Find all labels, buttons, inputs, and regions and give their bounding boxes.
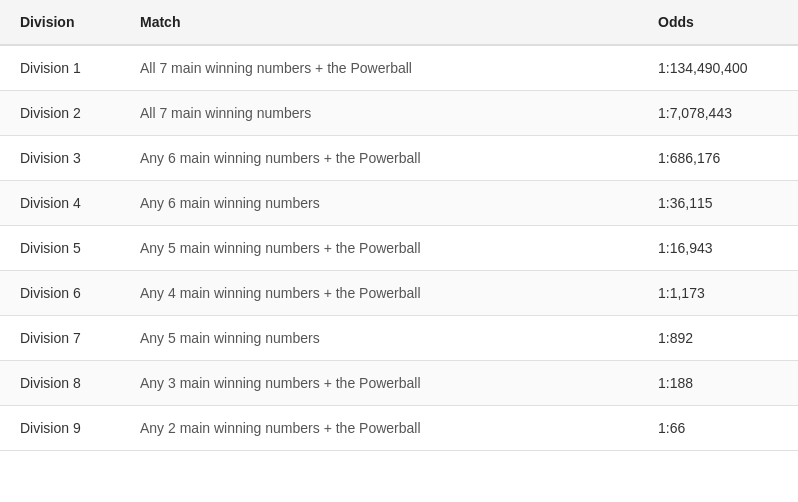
cell-odds: 1:134,490,400: [638, 45, 798, 91]
cell-odds: 1:1,173: [638, 271, 798, 316]
cell-match: Any 6 main winning numbers + the Powerba…: [120, 136, 638, 181]
cell-match: Any 3 main winning numbers + the Powerba…: [120, 361, 638, 406]
cell-match: Any 5 main winning numbers: [120, 316, 638, 361]
cell-odds: 1:36,115: [638, 181, 798, 226]
cell-odds: 1:66: [638, 406, 798, 451]
cell-odds: 1:188: [638, 361, 798, 406]
cell-match: Any 5 main winning numbers + the Powerba…: [120, 226, 638, 271]
cell-odds: 1:892: [638, 316, 798, 361]
table-row: Division 8Any 3 main winning numbers + t…: [0, 361, 798, 406]
cell-division: Division 2: [0, 91, 120, 136]
table-row: Division 3Any 6 main winning numbers + t…: [0, 136, 798, 181]
column-header-odds: Odds: [638, 0, 798, 45]
table-row: Division 6Any 4 main winning numbers + t…: [0, 271, 798, 316]
cell-match: All 7 main winning numbers + the Powerba…: [120, 45, 638, 91]
cell-match: Any 4 main winning numbers + the Powerba…: [120, 271, 638, 316]
odds-table: Division Match Odds Division 1All 7 main…: [0, 0, 798, 451]
cell-division: Division 6: [0, 271, 120, 316]
table-row: Division 1All 7 main winning numbers + t…: [0, 45, 798, 91]
column-header-division: Division: [0, 0, 120, 45]
table-header-row: Division Match Odds: [0, 0, 798, 45]
cell-division: Division 7: [0, 316, 120, 361]
cell-division: Division 3: [0, 136, 120, 181]
cell-division: Division 1: [0, 45, 120, 91]
column-header-match: Match: [120, 0, 638, 45]
cell-division: Division 5: [0, 226, 120, 271]
cell-odds: 1:16,943: [638, 226, 798, 271]
table-row: Division 4Any 6 main winning numbers1:36…: [0, 181, 798, 226]
odds-table-container: Division Match Odds Division 1All 7 main…: [0, 0, 798, 451]
cell-odds: 1:7,078,443: [638, 91, 798, 136]
table-row: Division 9Any 2 main winning numbers + t…: [0, 406, 798, 451]
table-row: Division 2All 7 main winning numbers1:7,…: [0, 91, 798, 136]
cell-division: Division 8: [0, 361, 120, 406]
cell-match: All 7 main winning numbers: [120, 91, 638, 136]
cell-match: Any 2 main winning numbers + the Powerba…: [120, 406, 638, 451]
cell-division: Division 4: [0, 181, 120, 226]
table-row: Division 5Any 5 main winning numbers + t…: [0, 226, 798, 271]
cell-odds: 1:686,176: [638, 136, 798, 181]
cell-match: Any 6 main winning numbers: [120, 181, 638, 226]
cell-division: Division 9: [0, 406, 120, 451]
table-row: Division 7Any 5 main winning numbers1:89…: [0, 316, 798, 361]
